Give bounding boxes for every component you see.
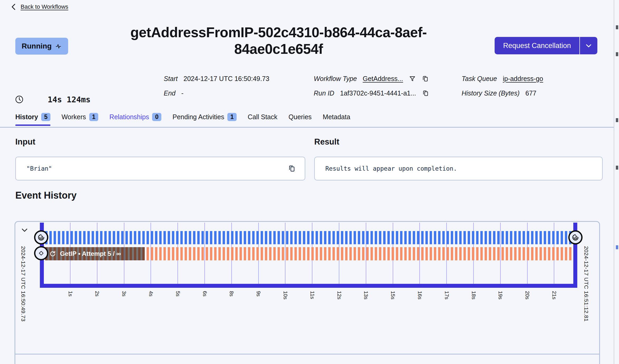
tab-count-badge: 5 — [41, 113, 50, 121]
tab-call-stack[interactable]: Call Stack — [248, 113, 278, 121]
copy-icon[interactable] — [288, 165, 296, 173]
cut-off-content-fragment — [616, 52, 618, 56]
back-link-label: Back to Workflows — [21, 3, 68, 10]
workflow-type-link[interactable]: GetAddress... — [363, 75, 403, 83]
history-size-value: 677 — [525, 89, 536, 97]
run-id-label: Run ID — [314, 89, 334, 97]
tab-label: Call Stack — [248, 113, 278, 121]
tick-label: 16s — [417, 291, 423, 299]
start-label: Start — [164, 75, 178, 83]
task-queue-link[interactable]: ip-address-go — [503, 75, 543, 83]
workflow-id-line2: 84ae0c1e654f — [85, 41, 473, 58]
result-value-box: Results will appear upon completion. — [314, 157, 603, 180]
tick-label: 21s — [551, 291, 557, 299]
request-cancellation-split-button[interactable]: Request Cancellation — [495, 37, 597, 54]
cut-off-content-fragment — [616, 25, 618, 29]
tab-workers[interactable]: Workers1 — [62, 113, 98, 122]
tick-label: 18s — [471, 291, 477, 299]
tab-relationships[interactable]: Relationships0 — [109, 113, 161, 122]
request-cancellation-button[interactable]: Request Cancellation — [495, 37, 579, 54]
end-value: - — [181, 89, 183, 97]
tab-queries[interactable]: Queries — [289, 113, 312, 121]
pending-activity-marker[interactable] — [34, 246, 48, 260]
tab-pending-activities[interactable]: Pending Activities1 — [172, 113, 237, 122]
tab-count-badge: 1 — [89, 113, 99, 121]
copy-icon[interactable] — [422, 90, 429, 97]
event-history-heading: Event History — [15, 190, 77, 201]
timeline-end-timestamp: 2024-12-17 UTC 16:51:12.81 — [583, 246, 589, 322]
result-heading: Result — [314, 137, 339, 147]
workflow-running-marker-end[interactable] — [568, 230, 583, 245]
input-value-box: "Brian" — [15, 157, 305, 180]
tick-label: 15s — [390, 291, 396, 299]
tab-count-badge: 1 — [227, 113, 237, 121]
input-heading: Input — [15, 137, 35, 147]
timeline-axis-bar — [40, 284, 577, 288]
filter-icon[interactable] — [409, 75, 416, 82]
right-edge-scroll-sliver[interactable] — [614, 0, 619, 364]
input-value: "Brian" — [26, 165, 288, 172]
tick-label: 10s — [282, 291, 288, 299]
tick-label: 8s — [228, 291, 235, 296]
timeline-start-timestamp: 2024-12-17 UTC 16:50:49.73 — [20, 246, 26, 322]
start-value: 2024-12-17 UTC 16:50:49.73 — [184, 75, 269, 83]
spiral-icon — [571, 233, 579, 241]
chevron-down-icon — [585, 42, 592, 49]
activity-execution-bar[interactable]: GetIP • Attempt 5 / ∞ — [45, 247, 573, 260]
tab-label: Queries — [289, 113, 312, 121]
tick-label: 9s — [255, 291, 261, 296]
copy-icon[interactable] — [422, 75, 429, 82]
tick-label: 2s — [94, 291, 100, 296]
tab-history[interactable]: History5 — [15, 113, 50, 122]
heartbeat-icon — [55, 43, 62, 50]
status-label: Running — [22, 42, 52, 50]
workflow-id-line1: getAddressFromIP-502c4310-b864-44ca-8aef… — [85, 24, 473, 41]
cut-off-content-fragment — [616, 118, 618, 122]
tick-label: 11s — [309, 291, 315, 299]
tab-bar: History5Workers1Relationships0Pending Ac… — [15, 113, 350, 122]
task-queue-label: Task Queue — [462, 75, 497, 83]
chevron-left-icon — [11, 3, 17, 11]
tick-label: 12s — [336, 291, 342, 299]
timeline-section-divider — [15, 354, 600, 355]
tab-divider — [0, 127, 619, 128]
workflow-execution-bar[interactable] — [45, 231, 573, 244]
tab-label: Relationships — [109, 113, 149, 121]
status-badge[interactable]: Running — [15, 38, 68, 55]
tab-label: History — [15, 113, 38, 121]
event-history-timeline: GetIP • Attempt 5 / ∞ 2024-12-17 UTC 16:… — [15, 221, 600, 364]
cancel-menu-toggle[interactable] — [580, 37, 597, 54]
tick-label: 17s — [444, 291, 450, 299]
tick-label: 19s — [497, 291, 503, 299]
result-value: Results will appear upon completion. — [325, 165, 593, 172]
tick-label: 1s — [67, 291, 73, 296]
tick-label: 5s — [175, 291, 181, 296]
tick-label: 3s — [121, 291, 127, 296]
tab-metadata[interactable]: Metadata — [323, 113, 350, 121]
diamond-icon — [38, 250, 45, 257]
history-size-label: History Size (Bytes) — [462, 89, 519, 97]
page-title: getAddressFromIP-502c4310-b864-44ca-8aef… — [85, 24, 473, 57]
tab-label: Workers — [62, 113, 86, 121]
activity-label-overlay[interactable]: GetIP • Attempt 5 / ∞ — [45, 247, 145, 260]
workflow-type-label: Workflow Type — [314, 75, 357, 83]
activity-label: GetIP • Attempt 5 / ∞ — [60, 250, 121, 257]
chevron-down-icon — [20, 226, 29, 234]
tab-label: Metadata — [323, 113, 350, 121]
retry-icon — [49, 250, 56, 257]
end-label: End — [164, 89, 175, 97]
tick-label: 6s — [202, 291, 208, 296]
tick-label: 13s — [363, 291, 369, 299]
duration-value: 14s 124ms — [48, 95, 91, 104]
tab-count-badge: 0 — [152, 113, 161, 121]
workflow-running-marker[interactable] — [34, 230, 48, 245]
spiral-icon — [37, 233, 45, 241]
cut-off-content-fragment — [616, 245, 618, 249]
cut-off-content-fragment — [616, 166, 618, 170]
collapse-timeline-chevron[interactable] — [20, 226, 29, 234]
tick-label: 4s — [148, 291, 154, 296]
run-id-value: 1af3702c-9451-4441-a1... — [340, 89, 416, 97]
back-to-workflows-link[interactable]: Back to Workflows — [11, 3, 68, 11]
tab-label: Pending Activities — [172, 113, 224, 121]
tick-label: 20s — [524, 291, 530, 299]
